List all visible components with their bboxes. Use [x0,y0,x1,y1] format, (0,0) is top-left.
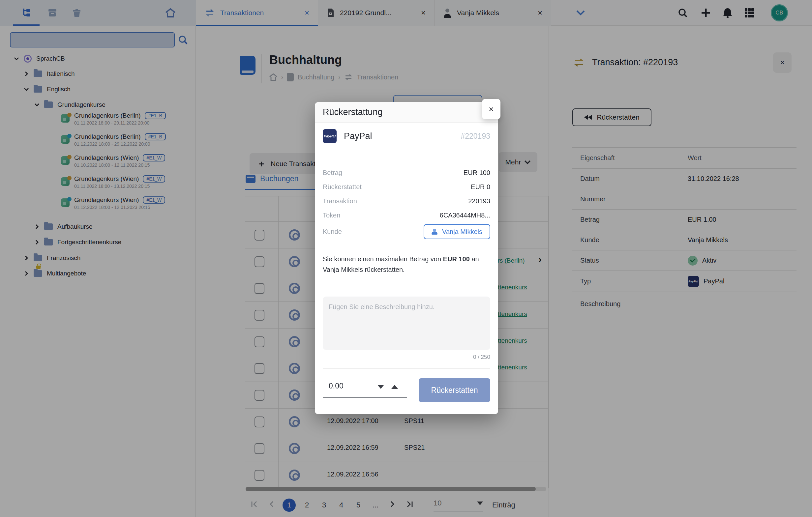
modal-divider [323,287,490,287]
modal-divider [323,248,490,248]
provider-row: PayPal PayPal #220193 [323,129,490,143]
field-betrag: Betrag EUR 100 [323,169,490,177]
modal-header: Rückerstattung [315,102,498,123]
refund-modal: Rückerstattung × PayPal PayPal #220193 B… [315,102,498,414]
amount-input-wrap [323,376,407,398]
modal-divider [323,157,490,157]
amount-increment-icon[interactable] [391,385,398,389]
modal-title: Rückerstattung [323,107,383,117]
refund-submit-button[interactable]: Rückerstatten [419,378,490,402]
provider-name: PayPal [344,131,372,141]
field-rueckerstattet: Rückerstattet EUR 0 [323,183,490,191]
char-counter: 0 / 250 [473,354,490,361]
modal-close-button[interactable]: × [482,99,500,119]
amount-decrement-icon[interactable] [377,385,384,389]
transaction-id: #220193 [461,132,490,141]
description-textarea[interactable] [323,297,490,350]
modal-divider [323,368,490,369]
paypal-logo: PayPal [323,129,337,143]
field-kunde: Kunde Vanja Mikkels [323,224,490,239]
field-token: Token 6CA36444MH8... [323,212,490,219]
refund-info-text: Sie können einen maximalen Betrag von EU… [323,254,490,275]
field-transaktion: Transaktion 220193 [323,197,490,205]
amount-input[interactable] [329,382,368,391]
customer-button[interactable]: Vanja Mikkels [424,224,490,239]
person-icon [432,229,437,235]
customer-name: Vanja Mikkels [442,228,482,236]
